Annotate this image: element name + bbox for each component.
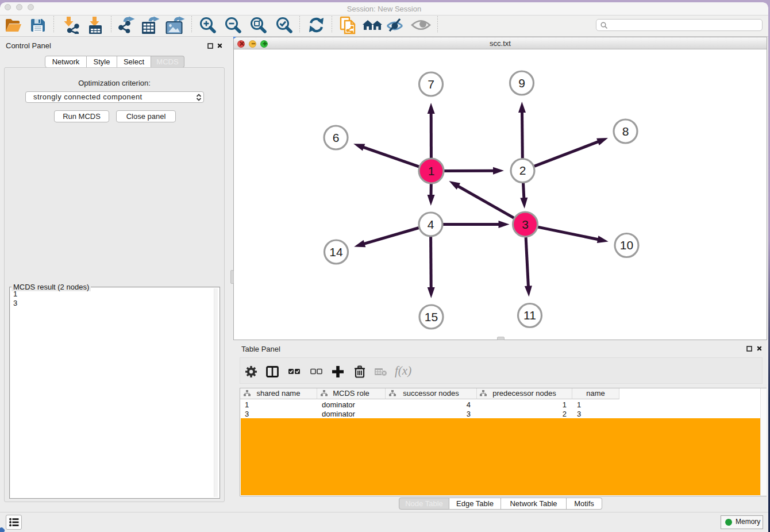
svg-text:15: 15 [425,310,438,323]
svg-text:7: 7 [428,78,434,91]
svg-text:9: 9 [518,76,525,90]
svg-text:11: 11 [523,309,536,322]
svg-text:3: 3 [522,218,529,231]
svg-text:14: 14 [329,245,343,259]
svg-text:10: 10 [620,238,633,252]
svg-text:2: 2 [519,164,526,177]
svg-text:6: 6 [333,131,340,144]
svg-text:8: 8 [622,125,629,138]
svg-text:4: 4 [428,218,434,231]
svg-text:1: 1 [428,164,435,178]
